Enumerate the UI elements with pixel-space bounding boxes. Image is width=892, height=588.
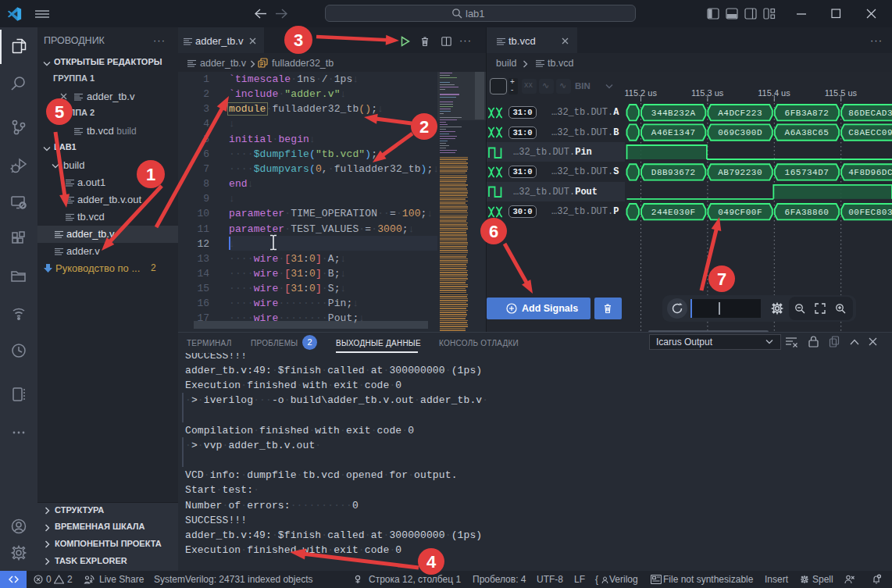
svg-text:AB792230: AB792230 xyxy=(718,168,762,177)
svg-text:A46E1347: A46E1347 xyxy=(651,128,696,137)
svg-text:049CF00F: 049CF00F xyxy=(718,208,762,217)
svg-text:6FA38860: 6FA38860 xyxy=(785,208,830,217)
svg-text:069C300D: 069C300D xyxy=(718,128,762,137)
svg-text:165734D7: 165734D7 xyxy=(785,168,830,177)
svg-text:4F8D96DC: 4F8D96DC xyxy=(848,168,892,177)
svg-text:A6A38C65: A6A38C65 xyxy=(785,128,830,137)
svg-text:00FEC803: 00FEC803 xyxy=(848,208,892,217)
svg-text:6FB3A872: 6FB3A872 xyxy=(785,109,830,118)
svg-text:C8AECC09: C8AECC09 xyxy=(848,128,892,137)
svg-text:D8B93672: D8B93672 xyxy=(651,168,696,177)
svg-text:A4DCF223: A4DCF223 xyxy=(718,109,762,118)
svg-text:86DECAD3: 86DECAD3 xyxy=(848,109,892,118)
svg-text:344B232A: 344B232A xyxy=(651,109,696,118)
svg-text:244E030F: 244E030F xyxy=(651,208,696,217)
